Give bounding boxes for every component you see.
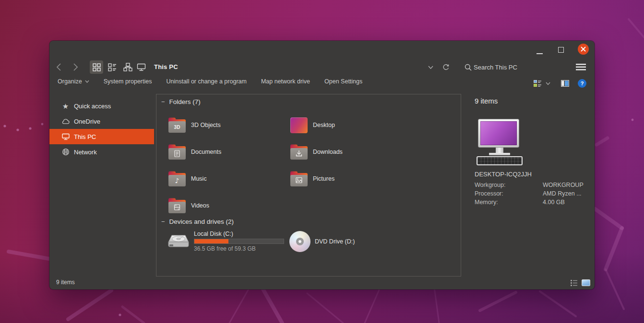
tiles-icon <box>93 63 101 71</box>
search-input[interactable] <box>474 62 567 72</box>
back-button[interactable] <box>53 62 64 72</box>
sidebar-label: Network <box>74 149 97 156</box>
statusbar-view-toggles <box>571 279 590 286</box>
view-tree-button[interactable] <box>121 60 134 74</box>
folder-item-videos[interactable]: Videos <box>167 192 289 219</box>
desktop-wallpaper: This PC Organize System properties Unin <box>0 0 644 323</box>
help-button[interactable]: ? <box>578 79 586 88</box>
chevron-down-icon <box>428 66 433 69</box>
uninstall-program-button[interactable]: Uninstall or change a program <box>166 78 246 85</box>
group-header-folders: − Folders (7) <box>161 98 201 105</box>
computer-image <box>477 119 523 165</box>
close-icon <box>581 46 586 52</box>
drives-grid: Local Disk (C:) 36.5 GB free of 59.3 GB … <box>167 231 411 252</box>
group-folders-label: Folders (7) <box>169 98 201 105</box>
file-list-pane: − Folders (7) 3D 3D Objects <box>156 94 461 277</box>
folder-item-desktop[interactable]: Desktop <box>289 112 411 138</box>
maximize-icon <box>558 47 564 53</box>
tree-icon <box>123 63 132 71</box>
monitor-icon <box>137 63 146 71</box>
folder-label: Videos <box>191 202 209 209</box>
preview-pane-button[interactable] <box>561 80 569 87</box>
refresh-icon <box>442 64 450 71</box>
folder-item-pictures[interactable]: Pictures <box>289 165 411 192</box>
minimize-icon <box>537 53 543 54</box>
chevron-down-icon <box>85 80 89 83</box>
command-bar: Organize System properties Uninstall or … <box>58 78 362 85</box>
preview-pane-icon <box>561 80 569 87</box>
spec-row-workgroup: Workgroup: WORKGROUP <box>475 182 593 188</box>
folder-label: Music <box>191 175 207 182</box>
details-view-icon <box>571 280 577 286</box>
change-view-dropdown[interactable] <box>546 80 550 87</box>
view-details-button[interactable] <box>106 60 119 74</box>
spec-value: AMD Ryzen ... <box>543 190 582 197</box>
folder-icon-downloads <box>289 144 309 160</box>
folder-icon-documents <box>167 144 187 160</box>
change-view-button[interactable] <box>533 80 542 87</box>
globe-icon <box>61 148 70 156</box>
computer-monitor <box>478 119 519 148</box>
system-properties-button[interactable]: System properties <box>104 78 152 85</box>
folder-label: 3D Objects <box>191 122 221 128</box>
folder-item-documents[interactable]: Documents <box>167 138 289 165</box>
spec-value: 4.00 GB <box>543 199 565 206</box>
computer-keyboard <box>477 156 523 165</box>
maximize-button[interactable] <box>556 46 566 54</box>
folder-label: Pictures <box>313 175 334 182</box>
folders-grid: 3D 3D Objects Desktop <box>167 112 411 219</box>
navigation-pane: ★ Quick access OneDrive This PC <box>49 98 154 160</box>
folder-item-downloads[interactable]: Downloads <box>289 138 411 165</box>
address-dropdown-button[interactable] <box>427 64 434 70</box>
folder-icon-desktop <box>290 117 308 133</box>
spec-row-memory: Memory: 4.00 GB <box>475 199 593 206</box>
minimize-button[interactable] <box>533 46 546 54</box>
chevron-down-icon <box>546 82 550 85</box>
folder-item-music[interactable]: ♪ Music <box>167 165 289 192</box>
collapse-folders-toggle[interactable]: − <box>161 98 165 105</box>
details-list-icon <box>108 63 117 71</box>
open-settings-button[interactable]: Open Settings <box>324 78 362 85</box>
view-tiles-button[interactable] <box>90 60 103 74</box>
sidebar-item-quick-access[interactable]: ★ Quick access <box>49 98 154 114</box>
folder-icon-music: ♪ <box>167 171 187 187</box>
organize-menu[interactable]: Organize <box>58 78 89 85</box>
sidebar-item-this-pc[interactable]: This PC <box>49 129 154 144</box>
sidebar-label: OneDrive <box>74 118 100 125</box>
computer-screen <box>480 121 517 145</box>
svg-text:3D: 3D <box>174 125 180 130</box>
sidebar-item-onedrive[interactable]: OneDrive <box>49 114 154 129</box>
statusbar-thumbnail-view-button[interactable] <box>582 279 590 286</box>
explorer-window: This PC Organize System properties Unin <box>49 41 595 289</box>
view-content-button[interactable] <box>134 60 148 74</box>
folder-label: Documents <box>191 149 221 155</box>
refresh-button[interactable] <box>441 62 451 72</box>
sidebar-item-network[interactable]: Network <box>49 144 154 160</box>
title-bar[interactable] <box>49 41 595 57</box>
folder-label: Downloads <box>313 149 343 155</box>
help-icon: ? <box>581 81 584 86</box>
organize-label: Organize <box>58 78 82 85</box>
sidebar-label: This PC <box>74 133 96 140</box>
drive-item-dvd-d[interactable]: DVD Drive (D:) <box>289 231 411 252</box>
sidebar-label: Quick access <box>74 103 111 110</box>
collapse-drives-toggle[interactable]: − <box>161 218 165 225</box>
folder-item-3d-objects[interactable]: 3D 3D Objects <box>167 112 289 138</box>
menu-button[interactable] <box>574 62 587 72</box>
close-button[interactable] <box>578 44 589 55</box>
disk-usage-fill <box>194 239 228 243</box>
statusbar-details-view-button[interactable] <box>571 280 577 286</box>
folder-icon-pictures <box>289 171 309 187</box>
folder-icon-videos <box>167 197 187 214</box>
search-icon <box>464 63 472 71</box>
svg-text:♪: ♪ <box>175 177 179 185</box>
drive-item-local-disk-c[interactable]: Local Disk (C:) 36.5 GB free of 59.3 GB <box>167 231 289 252</box>
details-item-count: 9 items <box>475 97 498 105</box>
folder-label: Desktop <box>313 122 335 128</box>
address-location[interactable]: This PC <box>154 63 178 70</box>
chevron-right-icon <box>73 63 78 71</box>
ribbon-right-icons: ? <box>533 79 586 88</box>
forward-button[interactable] <box>70 62 81 72</box>
map-network-drive-button[interactable]: Map network drive <box>261 78 310 85</box>
disk-free-text: 36.5 GB free of 59.3 GB <box>194 245 284 252</box>
